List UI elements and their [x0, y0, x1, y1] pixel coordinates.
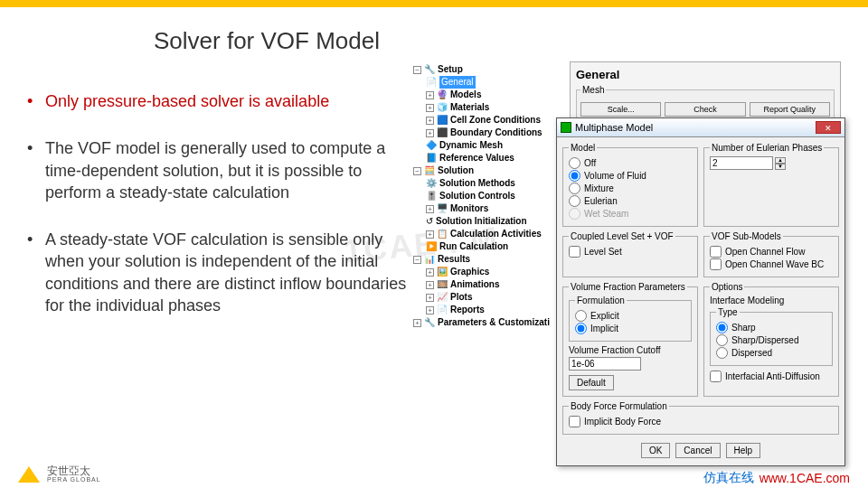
radio-explicit[interactable]: Explicit: [575, 310, 685, 322]
tree-graphics[interactable]: + 🖼️ Graphics: [411, 266, 561, 278]
tree-materials[interactable]: + 🧊 Materials: [411, 101, 561, 114]
tree-methods[interactable]: ⚙️ Solution Methods: [411, 177, 561, 190]
spin-down-icon[interactable]: ▼: [775, 164, 786, 170]
tree-refvals[interactable]: 📘 Reference Values: [411, 152, 561, 164]
slide-title: Solver for VOF Model: [154, 27, 380, 55]
tree-plots[interactable]: + 📈 Plots: [411, 291, 561, 304]
tree-calcact[interactable]: + 📋 Calculation Activities: [411, 228, 561, 240]
tree-general[interactable]: 📄 General: [411, 76, 561, 89]
pera-logo: 安世亞太 PERA GLOBAL: [18, 465, 101, 483]
radio-mixture[interactable]: Mixture: [569, 183, 692, 194]
model-legend: Model: [569, 143, 597, 153]
radio-sharpdisp[interactable]: Sharp/Dispersed: [716, 334, 826, 346]
logo-en: PERA GLOBAL: [47, 476, 101, 483]
logo-cn: 安世亞太: [47, 465, 101, 476]
close-icon[interactable]: ✕: [816, 121, 841, 134]
vfp-fieldset: Volume Fraction Parameters Formulation E…: [562, 282, 698, 397]
model-fieldset: Model Off Volume of Fluid Mixture Euleri…: [562, 143, 698, 227]
tree-results[interactable]: − 📊 Results: [411, 253, 561, 266]
phases-spinner[interactable]: ▲▼: [710, 156, 833, 170]
options-legend: Options: [710, 282, 744, 292]
phases-legend: Number of Eulerian Phases: [710, 143, 824, 153]
footer-url: www.1CAE.com: [760, 471, 850, 485]
tree-monitors[interactable]: + 🖥️ Monitors: [411, 202, 561, 215]
chk-openchan[interactable]: Open Channel Flow: [710, 246, 833, 258]
general-header: General: [576, 68, 835, 81]
mesh-legend: Mesh: [580, 85, 606, 95]
bullet-list: Only pressure-based solver is available …: [27, 90, 407, 342]
radio-eulerian[interactable]: Eulerian: [569, 195, 692, 207]
tree-cellzone[interactable]: + 🟦 Cell Zone Conditions: [411, 114, 561, 127]
bullet-1: Only pressure-based solver is available: [27, 90, 407, 112]
spin-up-icon[interactable]: ▲: [775, 157, 786, 164]
options-fieldset: Options Interface Modeling Type Sharp Sh…: [703, 282, 839, 397]
tree-init[interactable]: ↺ Solution Initialization: [411, 215, 561, 228]
logo-triangle-icon: [18, 466, 40, 483]
radio-sharp[interactable]: Sharp: [716, 322, 826, 333]
submodels-fieldset: VOF Sub-Models Open Channel Flow Open Ch…: [703, 231, 839, 277]
formulation-legend: Formulation: [575, 296, 627, 305]
cutoff-input[interactable]: [569, 357, 641, 371]
tree-setup[interactable]: − 🔧 Setup: [411, 63, 561, 76]
type-fieldset: Type Sharp Sharp/Dispersed Dispersed: [710, 307, 833, 366]
cutoff-label: Volume Fraction Cutoff: [569, 345, 692, 355]
tree-dynmesh[interactable]: 🔷 Dynamic Mesh: [411, 139, 561, 152]
radio-wetsteam: Wet Steam: [569, 208, 692, 220]
formulation-fieldset: Formulation Explicit Implicit: [569, 296, 692, 342]
radio-vof[interactable]: Volume of Fluid: [569, 170, 692, 182]
tree-params[interactable]: + 🔧 Parameters & Customizati: [411, 316, 561, 329]
tree-boundary[interactable]: + ⬛ Boundary Conditions: [411, 127, 561, 139]
type-legend: Type: [716, 307, 740, 317]
multiphase-dialog: Multiphase Model ✕ Model Off Volume of F…: [556, 117, 845, 466]
chk-openchanwave[interactable]: Open Channel Wave BC: [710, 258, 833, 270]
dialog-title: Multiphase Model: [575, 122, 653, 133]
tree-anim[interactable]: + 🎞️ Animations: [411, 278, 561, 291]
footer-link[interactable]: 仿真在线 www.1CAE.com: [703, 470, 850, 486]
tree-solution[interactable]: − 🧮 Solution: [411, 164, 561, 177]
radio-dispersed[interactable]: Dispersed: [716, 347, 826, 359]
bullet-2: The VOF model is generally used to compu…: [27, 137, 407, 203]
mesh-fieldset: Mesh Scale... Check Report Quality: [576, 85, 835, 121]
default-button[interactable]: Default: [569, 375, 614, 390]
dialog-titlebar[interactable]: Multiphase Model ✕: [557, 118, 844, 137]
cancel-button[interactable]: Cancel: [675, 443, 720, 458]
footer-cn: 仿真在线: [703, 470, 754, 486]
ok-button[interactable]: OK: [641, 443, 670, 458]
phases-fieldset: Number of Eulerian Phases ▲▼: [703, 143, 839, 227]
help-button[interactable]: Help: [726, 443, 761, 458]
chk-levelset[interactable]: Level Set: [569, 246, 692, 258]
chk-impbf[interactable]: Implicit Body Force: [569, 416, 833, 427]
scale-button[interactable]: Scale...: [580, 102, 661, 117]
phases-input[interactable]: [710, 156, 773, 170]
radio-off[interactable]: Off: [569, 157, 692, 169]
bff-legend: Body Force Formulation: [569, 401, 669, 411]
tree-runcalc[interactable]: ▶️ Run Calculation: [411, 240, 561, 253]
outline-tree[interactable]: − 🔧 Setup 📄 General + 🔮 Models + 🧊 Mater…: [411, 63, 561, 329]
radio-implicit[interactable]: Implicit: [575, 323, 685, 334]
coupled-legend: Coupled Level Set + VOF: [569, 231, 675, 241]
tree-models[interactable]: + 🔮 Models: [411, 89, 561, 101]
chk-antidiff[interactable]: Interfacial Anti-Diffusion: [710, 371, 833, 382]
tree-controls[interactable]: 🎚️ Solution Controls: [411, 190, 561, 202]
tree-reports[interactable]: + 📄 Reports: [411, 304, 561, 316]
top-accent-bar: [0, 0, 868, 7]
check-button[interactable]: Check: [665, 102, 745, 117]
bff-fieldset: Body Force Formulation Implicit Body For…: [562, 401, 839, 435]
quality-button[interactable]: Report Quality: [750, 102, 830, 117]
submodels-legend: VOF Sub-Models: [710, 231, 783, 241]
fluent-icon: [561, 122, 571, 133]
coupled-fieldset: Coupled Level Set + VOF Level Set: [562, 231, 698, 277]
intmod-label: Interface Modeling: [710, 296, 833, 305]
vfp-legend: Volume Fraction Parameters: [569, 282, 687, 292]
